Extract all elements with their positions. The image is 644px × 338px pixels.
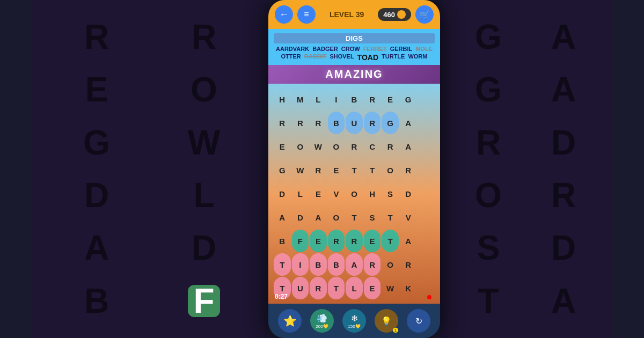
cell-2-5[interactable]: C [364, 135, 381, 158]
cell-2-0[interactable]: E [274, 135, 291, 158]
cell-2-7[interactable]: A [400, 135, 417, 158]
cell-0-4[interactable]: B [346, 88, 363, 111]
bg-letter: D [551, 231, 576, 265]
menu-button[interactable]: ≡ [297, 5, 316, 24]
cell-7-6[interactable]: O [382, 253, 399, 276]
back-button[interactable]: ← [275, 5, 293, 24]
bookmark-button[interactable]: ⭐ [278, 309, 302, 333]
hint-button[interactable]: 💡 1 [375, 309, 398, 333]
cell-7-2[interactable]: B [310, 253, 327, 276]
cell-6-0[interactable]: B [274, 230, 291, 252]
cell-5-0[interactable]: A [274, 206, 291, 229]
cell-6-7[interactable]: A [400, 230, 417, 252]
cell-5-8 [418, 206, 435, 229]
cell-5-2[interactable]: A [310, 206, 327, 229]
words-panel: DIGS AARDVARK BADGER CROW FERRET GERBIL … [268, 29, 440, 65]
cell-1-5[interactable]: R [364, 112, 381, 134]
timer-display: 0:27 [275, 293, 288, 300]
cell-0-2[interactable]: L [310, 88, 327, 111]
words-list: AARDVARK BADGER CROW FERRET GERBIL MOLE … [274, 46, 435, 62]
cell-7-7[interactable]: R [400, 253, 417, 276]
cell-3-7[interactable]: R [400, 159, 417, 181]
cell-8-6[interactable]: W [382, 277, 399, 299]
cell-3-5[interactable]: T [364, 159, 381, 181]
cell-8-5[interactable]: E [364, 277, 381, 299]
cell-4-1[interactable]: L [292, 182, 309, 205]
cell-6-3[interactable]: R [328, 230, 345, 252]
cell-3-6[interactable]: O [382, 159, 399, 181]
cell-1-6[interactable]: G [382, 112, 399, 134]
coins-value: 460 [383, 11, 395, 19]
cell-7-8 [418, 253, 435, 276]
cell-0-6[interactable]: E [382, 88, 399, 111]
wind-button[interactable]: 💨 200💛 [310, 309, 334, 333]
cell-8-4[interactable]: L [346, 277, 363, 299]
cell-5-7[interactable]: V [400, 206, 417, 229]
cell-0-3[interactable]: I [328, 88, 345, 111]
cell-7-0[interactable]: T [274, 253, 291, 276]
cell-8-1[interactable]: U [292, 277, 309, 299]
cell-4-3[interactable]: V [328, 182, 345, 205]
cell-4-6[interactable]: S [382, 182, 399, 205]
cell-3-1[interactable]: W [292, 159, 309, 181]
cell-4-0[interactable]: D [274, 182, 291, 205]
cell-8-3[interactable]: T [328, 277, 345, 299]
cell-5-4[interactable]: T [346, 206, 363, 229]
bottom-toolbar: ⭐ 💨 200💛 ❄ 150💛 💡 1 ↻ [268, 304, 440, 338]
red-dot-indicator [427, 295, 431, 299]
cell-1-7[interactable]: A [400, 112, 417, 134]
cell-1-3[interactable]: B [328, 112, 345, 134]
cell-4-4[interactable]: O [346, 182, 363, 205]
cell-3-0[interactable]: G [274, 159, 291, 181]
cell-1-2[interactable]: R [310, 112, 327, 134]
cell-3-2[interactable]: R [310, 159, 327, 181]
cell-1-0[interactable]: R [274, 112, 291, 134]
cell-0-1[interactable]: M [292, 88, 309, 111]
cell-4-2[interactable]: E [310, 182, 327, 205]
cell-7-1[interactable]: I [292, 253, 309, 276]
cell-7-4[interactable]: A [346, 253, 363, 276]
cell-2-3[interactable]: O [328, 135, 345, 158]
cell-4-7[interactable]: D [400, 182, 417, 205]
fan-label: 150💛 [348, 324, 360, 329]
cell-3-3[interactable]: E [328, 159, 345, 181]
cell-5-6[interactable]: T [382, 206, 399, 229]
cell-7-5[interactable]: R [364, 253, 381, 276]
top-bar-right: 460 🛒 [378, 5, 434, 24]
cell-5-5[interactable]: S [364, 206, 381, 229]
cell-4-5[interactable]: H [364, 182, 381, 205]
cell-6-6[interactable]: T [382, 230, 399, 252]
cell-2-2[interactable]: W [310, 135, 327, 158]
letter-grid: H M L I B R E G R R R B U R G A E O W O … [274, 88, 435, 299]
cell-5-1[interactable]: D [292, 206, 309, 229]
cell-6-2[interactable]: E [310, 230, 327, 252]
cell-6-1[interactable]: F [292, 230, 309, 252]
cell-3-4[interactable]: T [346, 159, 363, 181]
bg-letter: R [84, 20, 109, 54]
cell-1-4[interactable]: U [346, 112, 363, 134]
cell-7-3[interactable]: B [328, 253, 345, 276]
cell-0-5[interactable]: R [364, 88, 381, 111]
bg-letter: G [83, 126, 110, 160]
cell-5-3[interactable]: O [328, 206, 345, 229]
bg-letter: O [475, 178, 502, 212]
cell-2-4[interactable]: R [346, 135, 363, 158]
cell-0-7[interactable]: G [400, 88, 417, 111]
cell-2-6[interactable]: R [382, 135, 399, 158]
cell-0-0[interactable]: H [274, 88, 291, 111]
cell-6-4[interactable]: R [346, 230, 363, 252]
right-background-panel: G A G A R D O R S D T A [440, 0, 612, 338]
cell-8-2[interactable]: R [310, 277, 327, 299]
word-shovel: SHOVEL [330, 53, 354, 62]
cell-1-1[interactable]: R [292, 112, 309, 134]
bg-letter: B [84, 284, 109, 318]
cell-2-1[interactable]: O [292, 135, 309, 158]
cell-8-7[interactable]: K [400, 277, 417, 299]
bg-letter: A [551, 20, 576, 54]
phone-container: ← ≡ LEVEL 39 460 🛒 DIGS AARDVARK BADGER … [268, 0, 440, 338]
cart-button[interactable]: 🛒 [415, 5, 434, 24]
refresh-button[interactable]: ↻ [407, 309, 430, 333]
cell-6-5[interactable]: E [364, 230, 381, 252]
fan-button[interactable]: ❄ 150💛 [342, 309, 366, 333]
amazing-banner: AMAZING [268, 65, 440, 84]
